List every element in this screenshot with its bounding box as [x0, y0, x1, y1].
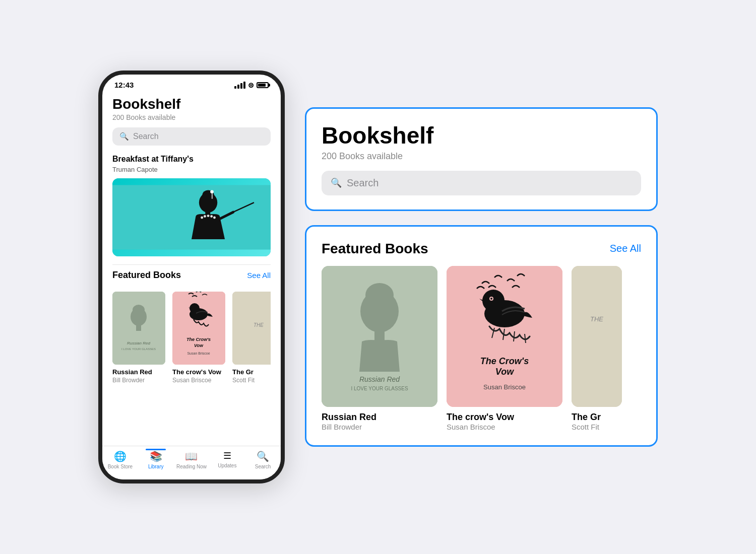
status-icons: ⊜: [234, 81, 269, 89]
featured-book-author-3: Scott Fit: [572, 423, 622, 431]
svg-rect-0: [112, 185, 271, 249]
svg-text:The Crow's: The Crow's: [480, 356, 529, 366]
hero-cover-svg: [112, 178, 271, 256]
featured-book-1[interactable]: Russian Red I LOVE YOUR GLASSES Russian …: [322, 266, 437, 431]
featured-book-author-2: Susan Briscoe: [447, 423, 562, 431]
featured-book-name-3: The Gr: [572, 412, 622, 423]
svg-rect-17: [136, 325, 141, 331]
phone-mockup: 12:43 ⊜ Bookshelf 200 Books available 🔍 …: [98, 71, 285, 483]
tab-updates[interactable]: ☰ Updates: [209, 450, 245, 469]
svg-rect-45: [572, 266, 622, 407]
phone-search-bar[interactable]: 🔍 Search: [112, 127, 271, 146]
phone-book-cover-2: The Crow's Vow Susan Briscoe: [172, 292, 225, 365]
svg-point-41: [490, 298, 492, 300]
phone-book-item-1[interactable]: Russian Red I LOVE YOUR GLASSES Russian …: [112, 292, 165, 384]
tab-bookstore[interactable]: 🌐 Book Store: [102, 450, 138, 469]
phone-scroll-area: Bookshelf 200 Books available 🔍 Search B…: [102, 91, 281, 446]
phone-book-cover-1: Russian Red I LOVE YOUR GLASSES: [112, 292, 165, 365]
phone-book-cover-3: THE: [232, 292, 271, 365]
svg-text:I LOVE YOUR GLASSES: I LOVE YOUR GLASSES: [121, 348, 156, 351]
phone-book-name-1: Russian Red: [112, 368, 165, 377]
featured-book-title: Breakfast at Tiffany's: [112, 155, 271, 164]
svg-point-38: [482, 290, 505, 312]
featured-book-2[interactable]: The Crow's Vow Susan Briscoe The crow's …: [447, 266, 562, 431]
svg-point-15: [133, 305, 145, 315]
svg-point-9: [210, 215, 213, 218]
phone-see-all[interactable]: See All: [247, 271, 271, 280]
featured-book-3[interactable]: THE The Gr Scott Fit: [572, 266, 622, 431]
signal-icon: [234, 82, 245, 89]
svg-point-6: [201, 216, 203, 219]
featured-book-name-1: Russian Red: [322, 412, 437, 423]
phone-book-item-3[interactable]: THE The Gr Scott Fit: [232, 292, 271, 384]
hero-book-cover[interactable]: [112, 178, 271, 256]
wifi-icon: ⊜: [248, 81, 254, 89]
phone-search-placeholder: Search: [133, 132, 159, 141]
featured-book-name-2: The crow's Vow: [447, 412, 562, 423]
right-panels: Bookshelf 200 Books available 🔍 Search F…: [305, 107, 658, 447]
library-icon: 📚: [150, 450, 162, 462]
featured-panel-header: Featured Books See All: [322, 241, 641, 257]
bookstore-icon: 🌐: [114, 450, 127, 462]
featured-section-title: Featured Books: [112, 270, 181, 281]
status-bar: 12:43 ⊜: [102, 75, 281, 91]
svg-text:Vow: Vow: [495, 367, 514, 377]
svg-rect-27: [232, 292, 271, 365]
phone-tabbar: 🌐 Book Store 📚 Library 📖 Reading Now ☰ U…: [102, 446, 281, 479]
featured-book-author-1: Bill Browder: [322, 423, 437, 431]
phone-book-item-2[interactable]: The Crow's Vow Susan Briscoe The crow's …: [172, 292, 225, 384]
svg-text:THE: THE: [590, 315, 603, 323]
featured-cover-3: THE: [572, 266, 622, 407]
tab-reading-now[interactable]: 📖 Reading Now: [174, 450, 210, 469]
tab-reading-now-label: Reading Now: [176, 464, 207, 469]
tab-updates-label: Updates: [218, 463, 236, 468]
featured-panel-see-all[interactable]: See All: [610, 243, 641, 254]
svg-text:Russian Red: Russian Red: [359, 375, 400, 383]
panel-subtitle: 200 Books available: [322, 151, 641, 162]
panel-title: Bookshelf: [322, 123, 641, 149]
phone-book-author-1: Bill Browder: [112, 377, 165, 384]
panel-search-bar[interactable]: 🔍 Search: [322, 171, 641, 195]
svg-text:Vow: Vow: [194, 343, 204, 348]
svg-text:THE: THE: [254, 322, 264, 328]
svg-text:Russian Red: Russian Red: [127, 341, 150, 345]
phone-book-name-2: The crow's Vow: [172, 368, 225, 377]
header-panel: Bookshelf 200 Books available 🔍 Search: [305, 107, 658, 211]
featured-panel-books: Russian Red I LOVE YOUR GLASSES Russian …: [322, 266, 641, 431]
featured-panel-title: Featured Books: [322, 241, 428, 257]
phone-bookshelf-title: Bookshelf: [112, 96, 271, 112]
featured-cover-1: Russian Red I LOVE YOUR GLASSES: [322, 266, 437, 407]
battery-icon: [257, 82, 269, 88]
updates-icon: ☰: [223, 450, 231, 461]
svg-point-7: [204, 215, 206, 218]
featured-cover-2: The Crow's Vow Susan Briscoe: [447, 266, 562, 407]
svg-point-8: [207, 215, 210, 217]
svg-text:Susan Briscoe: Susan Briscoe: [187, 352, 210, 355]
tab-bookstore-label: Book Store: [108, 464, 133, 469]
svg-point-10: [213, 216, 216, 219]
tab-search-label: Search: [255, 464, 271, 469]
phone-search-icon: 🔍: [119, 132, 129, 141]
svg-text:I LOVE YOUR GLASSES: I LOVE YOUR GLASSES: [351, 386, 408, 391]
tab-library-label: Library: [148, 464, 164, 469]
phone-book-author-2: Susan Briscoe: [172, 377, 225, 384]
svg-text:The Crow's: The Crow's: [186, 337, 211, 342]
phone-books-count: 200 Books available: [112, 113, 271, 121]
svg-rect-32: [367, 291, 392, 301]
featured-panel: Featured Books See All: [305, 225, 658, 447]
svg-rect-11: [212, 192, 213, 198]
panel-search-placeholder: Search: [347, 177, 379, 189]
svg-rect-16: [134, 314, 144, 318]
svg-point-22: [190, 303, 200, 313]
svg-text:Susan Briscoe: Susan Briscoe: [483, 383, 526, 391]
featured-section-header: Featured Books See All: [112, 264, 271, 286]
phone-book-row: Russian Red I LOVE YOUR GLASSES Russian …: [112, 292, 271, 384]
status-time: 12:43: [114, 81, 134, 89]
tab-search-icon: 🔍: [257, 450, 269, 462]
tab-search[interactable]: 🔍 Search: [245, 450, 281, 469]
tab-library[interactable]: 📚 Library: [138, 450, 174, 469]
featured-book-author: Truman Capote: [112, 166, 271, 173]
panel-search-icon: 🔍: [331, 177, 342, 188]
reading-now-icon: 📖: [185, 450, 198, 462]
phone-book-name-3: The Gr: [232, 368, 271, 377]
